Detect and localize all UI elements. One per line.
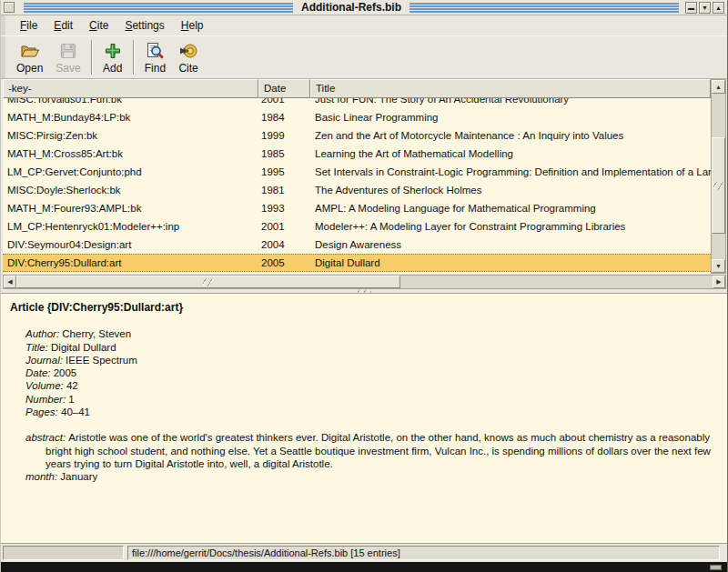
entry-field-date: Date: 2005 xyxy=(25,366,718,379)
table-row[interactable]: MISC:Doyle:Sherlock:bk1981The Adventures… xyxy=(3,181,711,199)
minimize-button[interactable]: ▬ xyxy=(685,2,697,14)
field-value: Aristotle was one of the world's greates… xyxy=(46,432,711,469)
add-button[interactable]: Add xyxy=(96,38,129,76)
table-row[interactable]: MATH_M:Cross85:Art:bk1985Learning the Ar… xyxy=(3,145,711,163)
cell-title: Learning the Art of Mathematical Modelli… xyxy=(310,148,711,159)
toolbar: OpenSaveAddFindCite xyxy=(1,35,727,79)
cell-key: MISC:Pirsig:Zen:bk xyxy=(3,130,258,141)
entry-detail-pane: Article {DIV:Cherry95:Dullard:art} Autho… xyxy=(1,293,727,544)
shade-button[interactable]: ▼ xyxy=(699,2,711,14)
table-row[interactable]: MATH_M:Bunday84:LP:bk1984Basic Linear Pr… xyxy=(3,108,711,126)
reference-list: -key-DateTitle MISC:Torvalds01:Fun:bk200… xyxy=(1,79,727,289)
scroll-down-icon[interactable]: ▼ xyxy=(712,259,725,273)
cell-key: MATH_M:Cross85:Art:bk xyxy=(3,148,258,159)
cite-button[interactable]: Cite xyxy=(172,38,205,76)
status-message: file:///home/gerrit/Docs/thesis/Addition… xyxy=(127,546,720,560)
toolbar-button-label: Find xyxy=(145,62,166,75)
cell-date: 1993 xyxy=(258,203,310,214)
menu-item-cite[interactable]: Cite xyxy=(81,17,116,34)
field-value: 2005 xyxy=(54,367,77,378)
table-row[interactable]: LM_CP:Hentenryck01:Modeler++:inp2001Mode… xyxy=(3,217,711,236)
open-button[interactable]: Open xyxy=(10,38,49,76)
table-row[interactable]: DIV:Seymour04:Design:art2004Design Aware… xyxy=(3,236,711,254)
field-value: January xyxy=(60,471,97,482)
toolbar-button-label: Save xyxy=(56,62,80,75)
cell-title: The Adventures of Sherlock Holmes xyxy=(310,185,711,196)
window-menu-icon[interactable] xyxy=(4,2,15,13)
entry-field-abstract: abstract: Aristotle was one of the world… xyxy=(25,431,718,470)
table-row[interactable]: LM_CP:Gervet:Conjunto:phd1995Set Interva… xyxy=(3,163,711,181)
field-value: Digital Dullard xyxy=(51,342,116,353)
cell-title: Digital Dullard xyxy=(310,257,711,268)
table-row[interactable]: MISC:Pirsig:Zen:bk1999Zen and the Art of… xyxy=(3,126,711,145)
entry-field-journal: Journal: IEEE Spectrum xyxy=(25,354,718,366)
cell-key: MISC:Doyle:Sherlock:bk xyxy=(3,185,258,196)
cell-title: Design Awareness xyxy=(310,239,711,250)
vertical-scrollbar-thumb[interactable] xyxy=(712,137,725,234)
find-magnifier-icon xyxy=(145,41,165,61)
add-plus-icon xyxy=(103,41,123,61)
thumb-grip-icon xyxy=(713,182,724,190)
cell-title: Zen and the Art of Motorcycle Maintenanc… xyxy=(310,130,711,141)
menu-item-help[interactable]: Help xyxy=(173,17,212,34)
cell-date: 1981 xyxy=(258,185,310,196)
maximize-button[interactable]: ▲ xyxy=(713,2,724,14)
open-folder-icon xyxy=(20,41,40,61)
cell-date: 1985 xyxy=(258,148,310,159)
field-label: Journal: xyxy=(25,355,66,366)
field-label: Date: xyxy=(25,367,54,378)
table-row[interactable]: DIV:Cherry95:Dullard:art2005Digital Dull… xyxy=(3,254,711,272)
horizontal-scrollbar-track[interactable] xyxy=(400,276,713,288)
field-label: Title: xyxy=(25,342,51,353)
horizontal-scrollbar[interactable]: ◀ ▶ xyxy=(3,275,726,289)
cite-coin-icon xyxy=(178,41,198,61)
vertical-scrollbar-track[interactable] xyxy=(712,234,725,259)
field-label: Number: xyxy=(25,394,68,405)
cell-date: 1999 xyxy=(258,130,310,141)
menu-item-settings[interactable]: Settings xyxy=(116,17,172,34)
thumb-grip-icon xyxy=(203,278,214,286)
find-button[interactable]: Find xyxy=(138,38,172,76)
scroll-left-icon[interactable]: ◀ xyxy=(4,276,16,288)
table-row[interactable]: MISC:Torvalds01:Fun:bk2001Just for FUN: … xyxy=(3,98,711,108)
field-label: Volume: xyxy=(25,380,66,391)
horizontal-scrollbar-thumb[interactable] xyxy=(16,276,400,288)
column-header-key[interactable]: -key- xyxy=(3,79,258,98)
menu-item-file[interactable]: File xyxy=(12,17,46,34)
entry-fields: Author: Cherry, StevenTitle: Digital Dul… xyxy=(25,327,718,418)
scroll-up-icon[interactable]: ▲ xyxy=(712,80,725,94)
entry-field-month: month: January xyxy=(25,470,718,483)
table-row[interactable]: MATH_M:Fourer93:AMPL:bk1993AMPL: A Model… xyxy=(3,199,711,217)
cell-date: 2001 xyxy=(258,221,310,232)
toolbar-button-label: Open xyxy=(16,62,43,75)
titlebar-stripes-left xyxy=(24,3,293,13)
field-label: Author: xyxy=(25,328,62,339)
window-title: Additional-Refs.bib xyxy=(298,1,405,14)
entry-field-volume: Volume: 42 xyxy=(25,379,718,392)
resize-grip[interactable] xyxy=(710,565,722,570)
entry-field-pages: Pages: 40–41 xyxy=(25,406,718,418)
app-window: Additional-Refs.bib ▬ ▼ ▲ FileEditCiteSe… xyxy=(0,0,728,572)
cell-date: 2004 xyxy=(258,239,310,250)
field-label: month: xyxy=(25,471,60,482)
cell-title: Set Intervals in Constraint-Logic Progra… xyxy=(310,166,711,177)
cell-key: DIV:Seymour04:Design:art xyxy=(3,239,258,250)
column-header-date[interactable]: Date xyxy=(258,79,310,98)
cell-key: LM_CP:Hentenryck01:Modeler++:inp xyxy=(3,221,258,232)
cell-title: Modeler++: A Modeling Layer for Constrai… xyxy=(310,221,711,232)
toolbar-separator xyxy=(91,40,93,75)
window-bottom-frame xyxy=(1,562,727,572)
scroll-right-icon[interactable]: ▶ xyxy=(713,276,725,288)
toolbar-separator xyxy=(133,40,135,75)
cell-date: 2001 xyxy=(258,98,310,105)
toolbar-button-label: Cite xyxy=(178,62,197,75)
entry-field-number: Number: 1 xyxy=(25,393,718,406)
entry-extra-fields: abstract: Aristotle was one of the world… xyxy=(10,431,718,483)
status-bar: file:///home/gerrit/Docs/thesis/Addition… xyxy=(1,544,727,562)
table-rows-viewport: MISC:Torvalds01:Fun:bk2001Just for FUN: … xyxy=(3,98,711,274)
column-header-title[interactable]: Title xyxy=(310,79,711,98)
field-value: Cherry, Steven xyxy=(62,328,131,339)
window-titlebar[interactable]: Additional-Refs.bib ▬ ▼ ▲ xyxy=(1,0,727,15)
menu-item-edit[interactable]: Edit xyxy=(46,17,81,34)
vertical-scrollbar[interactable]: ▲ ▼ xyxy=(711,79,726,274)
